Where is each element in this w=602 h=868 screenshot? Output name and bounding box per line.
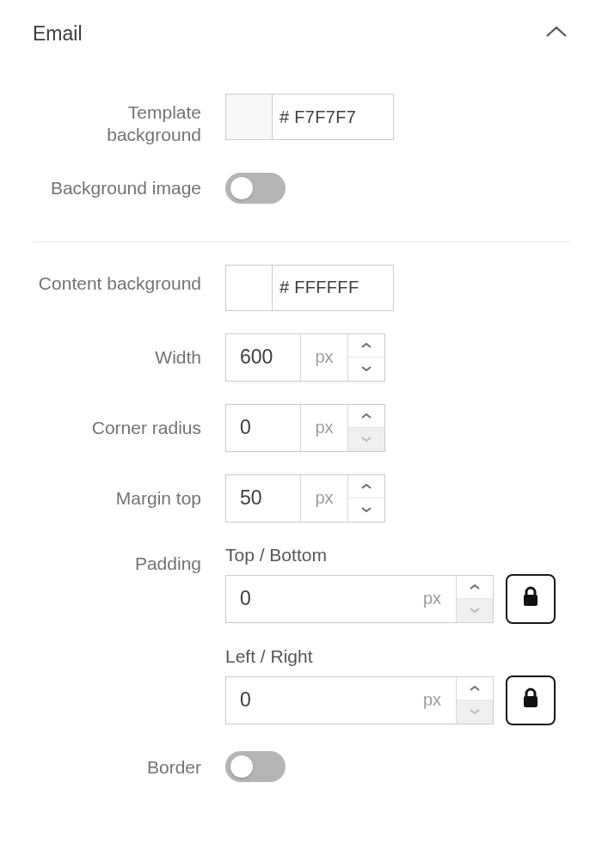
padding-lr-stepper[interactable]: 0 px	[225, 676, 494, 724]
padding-tb-spin	[457, 576, 493, 622]
width-value[interactable]: 600	[226, 334, 300, 381]
width-spin	[348, 334, 384, 381]
content-background-swatch[interactable]	[226, 266, 273, 310]
width-unit: px	[300, 334, 348, 381]
width-label: Width	[33, 333, 225, 369]
svg-rect-0	[524, 595, 538, 606]
margin-top-increment[interactable]	[348, 475, 384, 498]
template-background-color-input[interactable]: # F7F7F7	[225, 94, 394, 140]
padding-lr-value[interactable]: 0	[226, 677, 408, 724]
lock-icon	[521, 687, 540, 713]
margin-top-spin	[348, 475, 384, 522]
width-row: Width 600 px	[33, 333, 569, 382]
collapse-icon[interactable]	[544, 24, 569, 44]
padding-tb-increment[interactable]	[457, 576, 493, 599]
corner-radius-increment[interactable]	[348, 405, 384, 428]
corner-radius-decrement	[348, 427, 384, 451]
border-toggle[interactable]	[225, 751, 286, 782]
margin-top-decrement[interactable]	[348, 498, 384, 522]
background-image-row: Background image	[33, 169, 569, 200]
toggle-knob	[230, 177, 253, 199]
padding-top-bottom-group: Top / Bottom 0 px	[225, 545, 569, 624]
padding-lr-spin	[457, 677, 493, 724]
margin-top-row: Margin top 50 px	[33, 474, 569, 523]
corner-radius-value[interactable]: 0	[226, 405, 300, 451]
template-background-row: Template background # F7F7F7	[33, 94, 569, 147]
border-label: Border	[33, 748, 225, 779]
padding-label: Padding	[33, 545, 225, 575]
margin-top-value[interactable]: 50	[226, 475, 300, 522]
padding-row: Padding Top / Bottom 0 px	[33, 545, 569, 725]
template-background-hex[interactable]: # F7F7F7	[273, 95, 393, 139]
content-background-row: Content background # FFFFFF	[33, 265, 569, 311]
panel-title: Email	[33, 22, 83, 46]
padding-lr-unit: px	[408, 677, 457, 724]
section-divider	[33, 241, 569, 242]
toggle-knob	[230, 755, 253, 778]
template-background-label: Template background	[33, 94, 225, 147]
padding-tb-decrement	[457, 598, 493, 622]
padding-lr-lock-button[interactable]	[506, 675, 556, 725]
panel-header: Email	[33, 22, 569, 71]
corner-radius-spin	[348, 405, 384, 451]
lock-icon	[521, 585, 540, 612]
margin-top-stepper[interactable]: 50 px	[225, 474, 385, 523]
background-image-toggle[interactable]	[225, 173, 286, 204]
padding-lr-decrement	[457, 700, 493, 724]
corner-radius-stepper[interactable]: 0 px	[225, 404, 385, 452]
corner-radius-label: Corner radius	[33, 404, 225, 439]
template-background-swatch[interactable]	[226, 95, 273, 139]
margin-top-label: Margin top	[33, 474, 225, 510]
corner-radius-unit: px	[300, 405, 348, 451]
border-row: Border	[33, 748, 569, 779]
width-decrement[interactable]	[348, 357, 384, 381]
background-image-label: Background image	[33, 169, 225, 199]
width-increment[interactable]	[348, 334, 384, 358]
padding-lr-increment[interactable]	[457, 677, 493, 700]
margin-top-unit: px	[300, 475, 348, 522]
content-background-hex[interactable]: # FFFFFF	[273, 266, 393, 310]
content-background-color-input[interactable]: # FFFFFF	[225, 265, 394, 311]
padding-tb-label: Top / Bottom	[225, 545, 569, 565]
padding-lr-label: Left / Right	[225, 646, 569, 667]
padding-tb-value[interactable]: 0	[226, 576, 408, 622]
padding-tb-unit: px	[408, 576, 457, 622]
padding-tb-lock-button[interactable]	[506, 574, 556, 624]
corner-radius-row: Corner radius 0 px	[33, 404, 569, 452]
padding-left-right-group: Left / Right 0 px	[225, 646, 569, 725]
content-background-label: Content background	[33, 265, 225, 295]
svg-rect-1	[524, 696, 538, 707]
padding-tb-stepper[interactable]: 0 px	[225, 575, 494, 623]
width-stepper[interactable]: 600 px	[225, 333, 385, 382]
